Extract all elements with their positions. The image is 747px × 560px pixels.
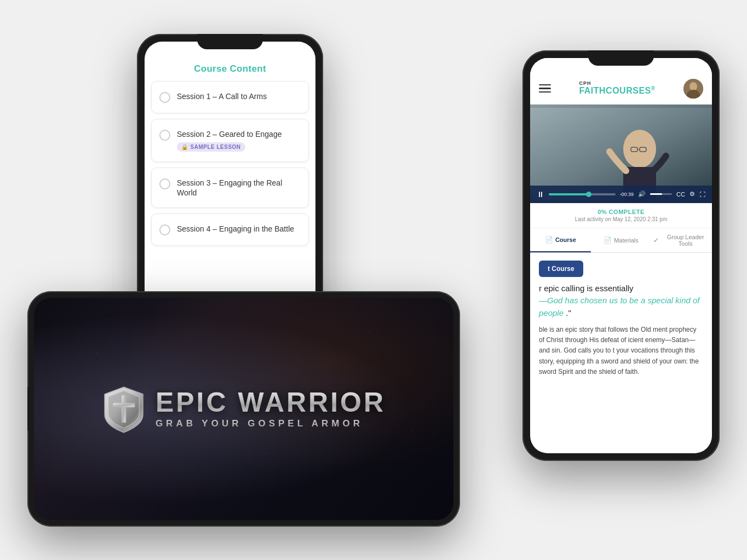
scene: Course Content Session 1 – A Call to Arm… bbox=[27, 18, 720, 543]
video-progress-thumb bbox=[586, 192, 591, 197]
session-2-label: Session 2 – Geared to Engage bbox=[177, 129, 281, 139]
tab-materials[interactable]: 📄 Materials bbox=[591, 228, 652, 252]
session-radio-1[interactable] bbox=[159, 92, 170, 103]
video-time: -00:39 bbox=[620, 192, 634, 197]
course-cta-button[interactable]: t Course bbox=[539, 261, 583, 277]
faith-content-area: t Course r epic calling is essentially —… bbox=[530, 253, 712, 453]
materials-tab-icon: 📄 bbox=[604, 236, 612, 244]
progress-percentage: 0% COMPLETE bbox=[539, 209, 703, 215]
lock-icon: 🔒 bbox=[181, 144, 188, 150]
epic-warrior-title: Epic Warrior bbox=[156, 389, 386, 416]
session-list: Session 1 – A Call to Arms Session 2 – G… bbox=[145, 81, 315, 246]
session-item-1[interactable]: Session 1 – A Call to Arms bbox=[151, 81, 309, 113]
volume-fill bbox=[650, 193, 662, 195]
session-3-label: Session 3 – Engaging the Real World bbox=[177, 178, 301, 198]
tab-course[interactable]: 📄 Course bbox=[530, 228, 591, 252]
faith-quote: r epic calling is essentially —God has c… bbox=[539, 282, 703, 320]
faith-logo-cph: CPH bbox=[579, 81, 655, 86]
faith-video-player: ⏸ -00:39 🔊 CC ⚙ ⛶ bbox=[530, 105, 712, 203]
session-radio-3[interactable] bbox=[159, 178, 170, 189]
tab-course-label: Course bbox=[555, 236, 576, 243]
session-radio-4[interactable] bbox=[159, 224, 170, 235]
quote-italic: —God has chosen us to be a special kind … bbox=[539, 296, 700, 317]
hamburger-menu-icon[interactable] bbox=[539, 84, 551, 93]
session-item-2[interactable]: Session 2 – Geared to Engage 🔒 SAMPLE LE… bbox=[151, 119, 309, 162]
session-1-label: Session 1 – A Call to Arms bbox=[177, 91, 267, 101]
faith-progress-section: 0% COMPLETE Last activity on May 12, 202… bbox=[530, 203, 712, 228]
video-progress-fill bbox=[549, 193, 589, 195]
session-item-3[interactable]: Session 3 – Engaging the Real World bbox=[151, 168, 309, 208]
volume-bar[interactable] bbox=[650, 193, 672, 195]
group-tab-icon: ✓ bbox=[653, 236, 659, 244]
sample-lesson-badge: 🔒 SAMPLE LESSON bbox=[177, 142, 245, 152]
session-4-label: Session 4 – Engaging in the Battle bbox=[177, 224, 294, 234]
epic-warrior-subtitle: Grab Your Gospel Armor bbox=[156, 418, 386, 429]
video-progress-bar[interactable] bbox=[549, 193, 616, 195]
settings-icon[interactable]: ⚙ bbox=[689, 190, 695, 198]
video-controls: ⏸ -00:39 🔊 CC ⚙ ⛶ bbox=[530, 186, 712, 203]
faith-logo-main: FAITHCOURSES® bbox=[579, 86, 655, 95]
screen-epic: Epic Warrior Grab Your Gospel Armor bbox=[34, 298, 453, 520]
tab-group-leader[interactable]: ✓ Group Leader Tools bbox=[651, 228, 712, 252]
quote-prefix: r epic calling is essentially bbox=[539, 284, 634, 293]
phone-epic-warrior: Epic Warrior Grab Your Gospel Armor bbox=[27, 291, 460, 527]
faith-tabs: 📄 Course 📄 Materials ✓ Group Leader Tool… bbox=[530, 228, 712, 253]
epic-background: Epic Warrior Grab Your Gospel Armor bbox=[34, 298, 453, 520]
svg-rect-1 bbox=[113, 403, 135, 407]
svg-point-3 bbox=[689, 82, 697, 91]
screen-faith: CPH FAITHCOURSES® bbox=[530, 58, 712, 453]
phone-faith-courses: CPH FAITHCOURSES® bbox=[522, 50, 720, 461]
pause-icon[interactable]: ⏸ bbox=[537, 190, 544, 199]
faith-body-text: ble is an epic story that follows the Ol… bbox=[539, 325, 703, 377]
faith-logo: CPH FAITHCOURSES® bbox=[579, 81, 655, 95]
user-avatar[interactable] bbox=[683, 79, 703, 99]
quote-suffix: ." bbox=[566, 308, 571, 317]
notch-course bbox=[197, 34, 263, 49]
session-item-4[interactable]: Session 4 – Engaging in the Battle bbox=[151, 213, 309, 246]
shield-icon bbox=[102, 384, 146, 434]
badge-text: SAMPLE LESSON bbox=[191, 144, 241, 150]
tab-materials-label: Materials bbox=[614, 237, 639, 244]
notch-faith bbox=[588, 50, 654, 66]
volume-icon[interactable]: 🔊 bbox=[638, 190, 646, 198]
epic-title-wrap: Epic Warrior Grab Your Gospel Armor bbox=[156, 389, 386, 429]
last-activity: Last activity on May 12, 2020 2:31 pm bbox=[539, 216, 703, 222]
course-tab-icon: 📄 bbox=[545, 236, 553, 244]
svg-rect-0 bbox=[122, 395, 126, 423]
session-radio-2[interactable] bbox=[159, 130, 170, 141]
tab-group-label: Group Leader Tools bbox=[661, 234, 710, 247]
notch-landscape bbox=[27, 387, 34, 431]
captions-icon[interactable]: CC bbox=[676, 191, 685, 198]
fullscreen-icon[interactable]: ⛶ bbox=[699, 191, 705, 198]
epic-logo-row: Epic Warrior Grab Your Gospel Armor bbox=[102, 384, 386, 434]
